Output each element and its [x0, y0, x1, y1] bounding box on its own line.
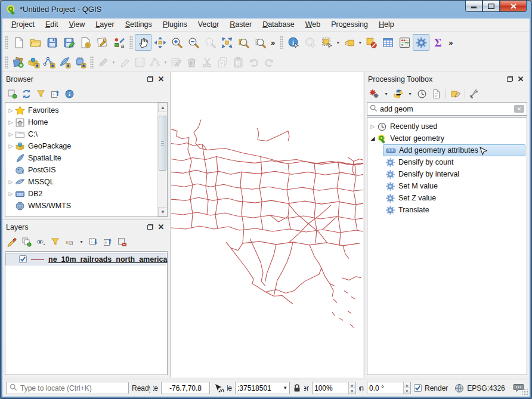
menu-item-project[interactable]: Project	[6, 19, 40, 30]
layers-close-button[interactable]: ✕	[156, 222, 166, 232]
vertex-tool-dropdown[interactable]: ▾	[163, 60, 168, 65]
redo-button[interactable]	[261, 55, 277, 70]
expand-arrow-icon[interactable]: ▷	[7, 143, 15, 149]
toolbox-algorithm-add-geometry-attributes[interactable]: Add geometry attributes	[383, 144, 525, 156]
layer-row[interactable]: ne_10m_railroads_north_america	[5, 253, 166, 265]
menu-item-plugins[interactable]: Plugins	[157, 19, 193, 30]
browser-scrollbar[interactable]: ▲ ▼	[157, 103, 167, 216]
vertex-tool-button[interactable]	[147, 55, 163, 70]
toolbox-algorithm-densify-by-interval[interactable]: Densify by interval	[383, 168, 525, 180]
collapse-all-layers-icon[interactable]	[103, 237, 113, 247]
lock-scale-icon[interactable]	[293, 383, 301, 392]
rotation-box[interactable]: ▲▼	[367, 382, 411, 394]
rotation-up-icon[interactable]: ▲	[404, 382, 410, 388]
zoom-last-button[interactable]	[252, 34, 268, 51]
toolbar-grip[interactable]	[280, 36, 283, 49]
filter-expression-dropdown[interactable]: ▾	[79, 239, 84, 245]
rotation-input[interactable]	[367, 384, 403, 392]
scripts-dropdown[interactable]: ▾	[407, 91, 413, 97]
titlebar[interactable]: *Untitled Project - QGIS	[1, 1, 531, 18]
style-manager-button[interactable]: a	[110, 34, 127, 51]
save-project-button[interactable]	[44, 34, 60, 51]
run-feature-action-button[interactable]	[302, 34, 318, 51]
toolbox-options-icon[interactable]	[469, 89, 480, 99]
extent-tracking-icon[interactable]	[213, 383, 224, 393]
layer-name[interactable]: ne_10m_railroads_north_america	[48, 255, 167, 264]
browser-item-favorites[interactable]: ▷Favorites	[7, 104, 167, 116]
data-source-manager-button[interactable]	[10, 55, 26, 70]
select-features-button[interactable]	[318, 34, 335, 51]
menu-item-raster[interactable]: Raster	[224, 19, 257, 30]
properties-info-icon[interactable]: i	[64, 89, 75, 99]
expand-arrow-icon[interactable]: ▷	[369, 123, 377, 129]
scale-dropdown-icon[interactable]: ▼	[281, 382, 289, 394]
toolbox-algorithm-set-z-value[interactable]: Set Z value	[383, 192, 525, 204]
expand-all-icon[interactable]	[88, 237, 98, 247]
new-shapefile-layer-button[interactable]	[41, 55, 57, 70]
crs-value[interactable]: EPSG:4326	[467, 384, 505, 392]
magnifier-input[interactable]	[313, 384, 348, 392]
locate-box[interactable]	[6, 382, 129, 394]
scale-combo[interactable]: ▼	[235, 382, 290, 394]
menu-item-processing[interactable]: Processing	[326, 19, 373, 30]
new-memory-layer-button[interactable]	[72, 55, 88, 70]
scale-input[interactable]	[236, 384, 281, 392]
toolbox-group-vector-geometry[interactable]: ◢Vector geometry	[369, 132, 525, 144]
zoom-to-selection-button[interactable]	[235, 34, 252, 51]
zoom-out-button[interactable]	[185, 34, 202, 51]
magnifier-up-icon[interactable]: ▲	[349, 382, 355, 388]
magnifier-down-icon[interactable]: ▼	[349, 388, 355, 394]
results-viewer-icon[interactable]	[431, 89, 441, 99]
toolbar-grip[interactable]	[129, 36, 133, 49]
add-selected-layers-icon[interactable]	[7, 89, 17, 99]
browser-item-c[interactable]: ▷C:\	[7, 128, 167, 140]
add-group-icon[interactable]	[21, 237, 32, 247]
locate-input[interactable]	[20, 384, 125, 392]
show-statistics-sigma-button[interactable]: Σ	[429, 34, 446, 51]
paste-features-button[interactable]	[230, 55, 246, 70]
history-icon[interactable]	[417, 89, 427, 99]
menu-item-view[interactable]: View	[63, 19, 90, 30]
remove-layer-icon[interactable]	[117, 237, 127, 247]
new-project-button[interactable]	[10, 34, 27, 51]
browser-item-db2[interactable]: ▷DB2DB2	[7, 188, 167, 200]
identify-features-button[interactable]: i	[285, 34, 302, 51]
browser-item-wms-wmts[interactable]: WMS/WMTS	[7, 200, 167, 212]
layers-float-button[interactable]	[145, 222, 156, 232]
select-by-expression-button[interactable]: ε	[341, 34, 357, 51]
map-canvas[interactable]	[171, 72, 363, 378]
select-by-expression-dropdown[interactable]: ▾	[357, 40, 363, 45]
browser-item-geopackage[interactable]: ▷GeoPackage	[7, 140, 167, 152]
browser-float-button[interactable]	[145, 75, 156, 84]
save-edits-button[interactable]	[132, 55, 147, 70]
toolbar-grip[interactable]	[5, 36, 8, 49]
menu-item-vector[interactable]: Vector	[193, 19, 224, 30]
menu-item-layer[interactable]: Layer	[90, 19, 119, 30]
layer-visibility-checkbox[interactable]	[19, 255, 27, 263]
menu-item-settings[interactable]: Settings	[120, 19, 157, 30]
coordinate-input[interactable]	[162, 384, 209, 392]
filter-legend-icon[interactable]	[50, 237, 60, 247]
coordinate-box[interactable]	[161, 382, 210, 394]
models-icon[interactable]	[369, 89, 379, 99]
zoom-in-button[interactable]	[168, 34, 185, 51]
pan-to-selection-button[interactable]	[151, 34, 168, 51]
toolbox-algorithm-densify-by-count[interactable]: Densify by count	[383, 156, 525, 168]
manage-visibility-icon[interactable]	[36, 237, 46, 247]
expand-arrow-icon[interactable]: ▷	[7, 119, 15, 125]
scroll-down-icon[interactable]: ▼	[158, 207, 168, 216]
browser-item-spatialite[interactable]: SpatiaLite	[7, 152, 167, 164]
expand-arrow-icon[interactable]: ▷	[7, 179, 15, 185]
open-layer-styling-icon[interactable]	[7, 237, 17, 247]
toolbar-overflow-chevron[interactable]: »	[268, 38, 277, 47]
modify-attributes-button[interactable]	[168, 55, 184, 70]
filter-by-expression-icon[interactable]: ε	[64, 237, 75, 247]
clear-search-icon[interactable]: ✕	[514, 105, 524, 113]
cut-features-button[interactable]	[199, 55, 215, 70]
delete-selected-button[interactable]	[184, 55, 199, 70]
zoom-native-button[interactable]: 1:1	[202, 34, 218, 51]
filter-browser-icon[interactable]	[36, 89, 46, 99]
collapse-all-icon[interactable]	[50, 89, 60, 99]
new-print-layout-button[interactable]	[77, 34, 94, 51]
models-dropdown[interactable]: ▾	[383, 91, 389, 97]
